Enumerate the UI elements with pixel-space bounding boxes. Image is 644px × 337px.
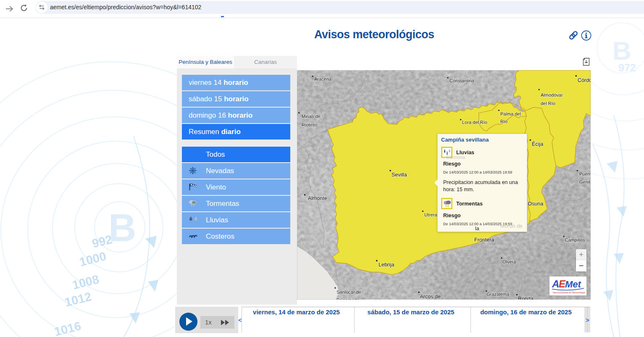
- svg-text:A: A: [552, 278, 559, 290]
- svg-text:1008: 1008: [71, 272, 100, 292]
- svg-text:Sevilla: Sevilla: [392, 172, 407, 178]
- svg-text:Puente: Puente: [579, 171, 591, 176]
- svg-text:Ronda: Ronda: [518, 296, 534, 300]
- svg-text:del Río: del Río: [541, 101, 555, 106]
- svg-text:Barrameda: Barrameda: [336, 298, 360, 300]
- svg-text:Utrera: Utrera: [424, 212, 437, 217]
- svg-text:Constantina: Constantina: [449, 78, 475, 83]
- svg-text:Frontera: Frontera: [474, 237, 494, 243]
- svg-text:1016: 1016: [53, 319, 82, 337]
- svg-text:Genil: Genil: [579, 179, 590, 184]
- svg-text:Olvera: Olvera: [502, 259, 516, 264]
- svg-text:Riotinto: Riotinto: [302, 122, 317, 127]
- svg-text:Lora del Río: Lora del Río: [462, 120, 487, 125]
- svg-text:Écija: Écija: [532, 141, 543, 147]
- svg-text:Almodóvar: Almodóvar: [541, 92, 563, 97]
- svg-text:Campillos: Campillos: [565, 237, 586, 242]
- svg-text:Río: Río: [500, 119, 507, 124]
- svg-text:B: B: [612, 36, 631, 65]
- svg-text:Sanlúcar de: Sanlúcar de: [336, 290, 361, 295]
- svg-text:972: 972: [618, 62, 636, 74]
- svg-text:Agencia Estatal de Meteorologí: Agencia Estatal de Meteorología: [553, 291, 585, 294]
- svg-text:Córdoba: Córdoba: [578, 77, 591, 83]
- svg-text:Aracena: Aracena: [314, 76, 332, 82]
- svg-text:Grazalema: Grazalema: [486, 292, 510, 297]
- svg-text:Lebrija: Lebrija: [379, 262, 394, 268]
- svg-text:1012: 1012: [63, 290, 93, 309]
- svg-text:Met: Met: [565, 279, 582, 290]
- svg-text:Osuna: Osuna: [528, 201, 543, 207]
- svg-text:Almonte: Almonte: [308, 195, 327, 201]
- svg-text:Arcos de: Arcos de: [420, 294, 441, 300]
- svg-text:Minas de: Minas de: [302, 114, 321, 119]
- svg-text:Palma del: Palma del: [500, 111, 521, 116]
